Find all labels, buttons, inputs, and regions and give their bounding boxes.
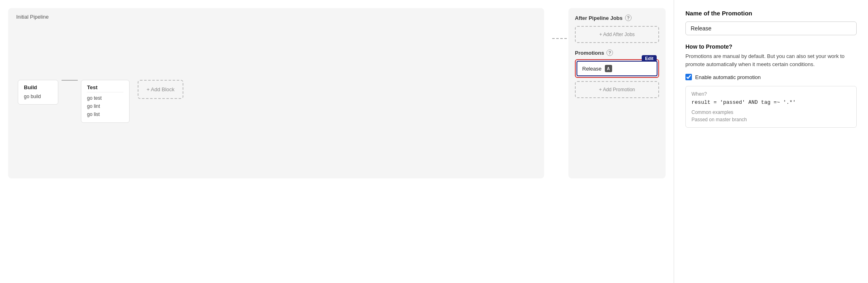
- add-block-button[interactable]: + Add Block: [138, 80, 183, 99]
- right-panel: Name of the Promotion How to Promote? Pr…: [674, 0, 868, 283]
- auto-badge: A: [605, 65, 612, 72]
- after-pipeline-panel: After Pipeline Jobs ? + Add After Jobs P…: [568, 8, 666, 178]
- enable-auto-row: Enable automatic promotion: [685, 74, 857, 80]
- when-label: When?: [691, 91, 851, 97]
- build-block-title: Build: [24, 84, 52, 90]
- when-box: When? result = 'passed' AND tag =~ '.*' …: [685, 86, 857, 128]
- how-to-promote-desc: Promotions are manual by default. But yo…: [685, 52, 857, 68]
- promotion-item[interactable]: Release A: [577, 61, 657, 76]
- promotion-name: Release: [582, 66, 602, 72]
- dashed-line: [552, 38, 567, 39]
- promotions-help-icon[interactable]: ?: [606, 49, 613, 56]
- pipeline-connector: [62, 80, 78, 81]
- promotion-name-section-title: Name of the Promotion: [685, 10, 857, 17]
- common-examples-label: Common examples: [691, 109, 851, 115]
- test-block-title: Test: [87, 84, 123, 92]
- pipeline-label: Initial Pipeline: [16, 14, 49, 20]
- test-block[interactable]: Test go test go lint go list: [81, 80, 130, 123]
- when-value: result = 'passed' AND tag =~ '.*': [691, 99, 851, 105]
- after-pipeline-header: After Pipeline Jobs ?: [575, 15, 659, 21]
- test-job-3: go list: [87, 110, 123, 118]
- enable-auto-checkbox[interactable]: [685, 74, 692, 80]
- promotion-name-input[interactable]: [685, 21, 857, 35]
- edit-badge[interactable]: Edit: [642, 55, 657, 62]
- after-pipeline-label: After Pipeline Jobs: [575, 15, 623, 21]
- promotions-section: Promotions ? Edit Release A + Add Promot…: [575, 49, 659, 98]
- pipeline-canvas: Initial Pipeline Build go build Test go …: [8, 8, 544, 178]
- test-job-1: go test: [87, 94, 123, 102]
- build-block[interactable]: Build go build: [18, 80, 58, 105]
- test-job-2: go lint: [87, 102, 123, 110]
- add-promotion-button[interactable]: + Add Promotion: [575, 81, 659, 98]
- how-to-promote-title: How to Promote?: [685, 43, 857, 50]
- enable-auto-label: Enable automatic promotion: [695, 74, 761, 80]
- pipeline-area: Build go build Test go test go lint go l…: [18, 64, 183, 123]
- passed-master-label: Passed on master branch: [691, 117, 851, 122]
- after-pipeline-help-icon[interactable]: ?: [625, 15, 632, 21]
- add-after-jobs-button[interactable]: + Add After Jobs: [575, 26, 659, 43]
- promotions-label: Promotions: [575, 50, 604, 56]
- promotion-item-wrapper: Edit Release A: [575, 59, 659, 78]
- build-block-job: go build: [24, 93, 52, 100]
- panel-connector: [551, 32, 568, 45]
